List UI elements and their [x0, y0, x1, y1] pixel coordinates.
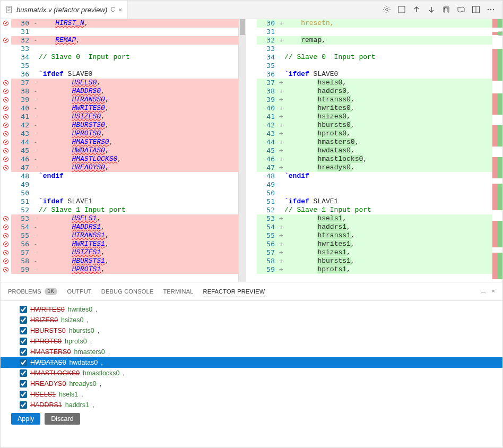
- refactor-item[interactable]: HSIZES0hsizes0,: [1, 315, 502, 325]
- code-line: `endif: [39, 172, 246, 180]
- code-line: hwdatas0,: [284, 147, 492, 155]
- close-icon[interactable]: ×: [118, 6, 123, 14]
- svg-point-11: [493, 9, 494, 10]
- more-icon[interactable]: [487, 5, 495, 14]
- line-number: 59: [257, 265, 278, 274]
- refactor-trailing-comma: ,: [81, 391, 83, 398]
- refactor-item[interactable]: HREADYS0hreadys0,: [1, 378, 502, 389]
- code-line: HWDATAS0,: [39, 147, 246, 155]
- refactor-checkbox[interactable]: [20, 359, 27, 366]
- refactor-new-text: hbursts0: [69, 327, 94, 334]
- refactor-new-text: hwdatas0: [70, 359, 98, 366]
- refactor-item[interactable]: HPROTS0hprots0,: [1, 336, 502, 347]
- line-number: 54: [257, 223, 278, 231]
- line-number: 47: [257, 163, 278, 172]
- code-line: HWRITES0,: [39, 104, 246, 113]
- refactor-item[interactable]: HBURSTS0hbursts0,: [1, 325, 502, 336]
- line-number: 57: [11, 248, 32, 257]
- code-line: hsizes0,: [284, 113, 492, 121]
- error-icon: [1, 147, 11, 155]
- code-line: `ifdef SLAVE0: [39, 70, 246, 79]
- line-number: 55: [257, 231, 278, 240]
- refactor-item[interactable]: HADDRS1haddrs1,: [1, 400, 502, 409]
- overview-ruler[interactable]: [492, 19, 502, 282]
- line-number: 58: [11, 257, 32, 265]
- whitespace-icon[interactable]: ¶: [442, 5, 450, 14]
- svg-rect-0: [7, 6, 12, 13]
- arrow-down-icon[interactable]: [427, 5, 436, 14]
- error-icon: [1, 206, 11, 214]
- code-line: htranss1,: [284, 231, 492, 240]
- refactor-preview-list[interactable]: HWRITES0hwrites0,HSIZES0hsizes0,HBURSTS0…: [1, 301, 502, 409]
- refactor-checkbox[interactable]: [20, 338, 27, 345]
- line-number: 36: [11, 70, 32, 79]
- tab-debug-console[interactable]: DEBUG CONSOLE: [101, 286, 154, 297]
- refactor-new-text: hmasters0: [74, 348, 105, 356]
- arrow-up-icon[interactable]: [412, 5, 421, 14]
- diff-original-pane[interactable]: 3031323334353637383940414243444546474849…: [1, 19, 246, 282]
- line-number: 56: [257, 240, 278, 248]
- refactor-checkbox[interactable]: [20, 369, 27, 377]
- editor-tab-bar: busmatrix.v (refactor preview) C × ¶: [1, 1, 502, 19]
- error-icon: [1, 214, 11, 223]
- refactor-item[interactable]: HMASTERS0hmasters0,: [1, 347, 502, 357]
- line-number: 35: [257, 62, 278, 70]
- line-number: 42: [257, 121, 278, 130]
- tab-problems[interactable]: PROBLEMS 1K: [8, 286, 57, 297]
- error-icon: [1, 180, 11, 189]
- refactor-trailing-comma: ,: [96, 306, 97, 313]
- refactor-checkbox[interactable]: [20, 380, 27, 387]
- line-numbers-left: 3031323334353637383940414243444546474849…: [11, 19, 32, 282]
- refactor-checkbox[interactable]: [20, 401, 27, 409]
- refactor-checkbox[interactable]: [20, 391, 27, 398]
- refactor-checkbox[interactable]: [20, 348, 27, 356]
- diff-editor: 3031323334353637383940414243444546474849…: [1, 19, 502, 282]
- svg-point-9: [488, 9, 489, 10]
- expand-icon[interactable]: [397, 5, 406, 14]
- panel-actions: ︿ ×: [481, 288, 495, 296]
- refactor-new-text: hsizes0: [61, 316, 83, 324]
- code-line: HADDRS1,: [39, 223, 246, 231]
- code-line: hprots0,: [284, 130, 492, 138]
- code-line: [284, 45, 492, 53]
- refactor-trailing-comma: ,: [100, 380, 101, 387]
- refactor-new-text: hwrites0: [68, 306, 93, 313]
- refactor-old-text: HPROTS0: [30, 338, 62, 345]
- error-icon: [1, 231, 11, 240]
- tab-refactor-preview[interactable]: REFACTOR PREVIEW: [203, 286, 265, 297]
- scrollbar-thumb[interactable]: [240, 19, 245, 35]
- line-number: 42: [11, 121, 32, 130]
- editor-tab-busmatrix[interactable]: busmatrix.v (refactor preview) C ×: [1, 1, 128, 19]
- refactor-checkbox[interactable]: [20, 316, 27, 324]
- refactor-checkbox[interactable]: [20, 327, 27, 334]
- refactor-item[interactable]: HSELS1hsels1,: [1, 389, 502, 400]
- gear-icon[interactable]: [383, 5, 391, 14]
- line-number: 51: [257, 197, 278, 206]
- tab-terminal[interactable]: TERMINAL: [163, 286, 193, 297]
- discard-button[interactable]: Discard: [45, 413, 80, 425]
- refactor-checkbox[interactable]: [20, 306, 27, 313]
- line-number: 39: [257, 96, 278, 104]
- error-icon: [1, 113, 11, 121]
- line-number: 36: [257, 70, 278, 79]
- refactor-item[interactable]: HWRITES0hwrites0,: [1, 304, 502, 315]
- close-icon[interactable]: ×: [492, 288, 495, 296]
- refactor-item[interactable]: HWDATAS0hwdatas0,: [1, 357, 502, 368]
- tab-output[interactable]: OUTPUT: [67, 286, 91, 297]
- line-number: 33: [11, 45, 32, 53]
- tab-language-indicator: C: [110, 6, 115, 13]
- line-number: 33: [257, 45, 278, 53]
- line-number: 46: [11, 155, 32, 163]
- file-icon: [6, 6, 13, 13]
- apply-button[interactable]: Apply: [11, 413, 40, 425]
- error-icon: [1, 265, 11, 274]
- refactor-item[interactable]: HMASTLOCKS0hmastlocks0,: [1, 368, 502, 378]
- tab-title: busmatrix.v (refactor preview): [16, 6, 107, 14]
- glyph-margin: [1, 19, 11, 282]
- chevron-up-icon[interactable]: ︿: [481, 288, 487, 296]
- error-icon: [1, 155, 11, 163]
- diff-modified-pane[interactable]: 3031323334353637383940414243444546474849…: [246, 19, 492, 282]
- map-icon[interactable]: [457, 5, 465, 14]
- split-editor-icon[interactable]: [472, 5, 480, 14]
- error-icon: [1, 138, 11, 147]
